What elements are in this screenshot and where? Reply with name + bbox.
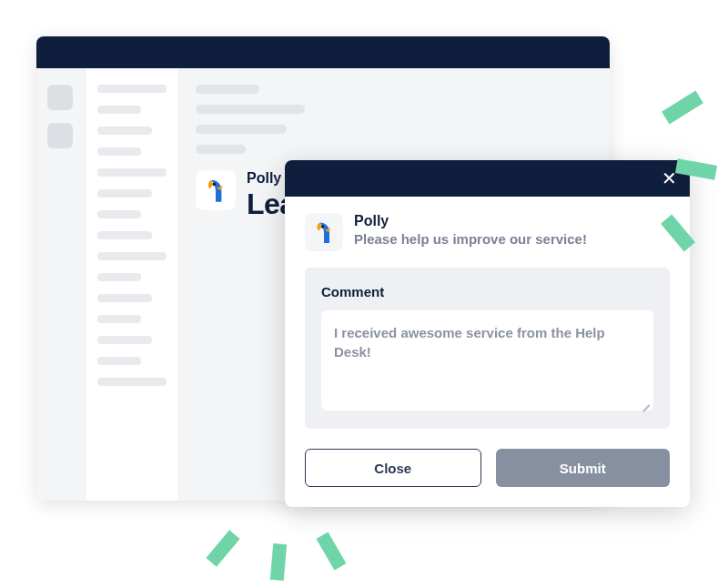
- comment-text: I received awesome service from the Help…: [334, 325, 605, 360]
- channel-placeholder[interactable]: [97, 315, 141, 323]
- comment-textarea[interactable]: I received awesome service from the Help…: [321, 310, 653, 411]
- channel-placeholder[interactable]: [97, 336, 152, 344]
- modal-info-row: Polly Please help us improve our service…: [305, 213, 670, 251]
- message-author: Polly: [247, 170, 281, 187]
- channel-placeholder[interactable]: [97, 357, 141, 365]
- content-placeholder: [196, 105, 305, 114]
- channel-placeholder[interactable]: [97, 189, 152, 198]
- modal-content: Polly Please help us improve our service…: [285, 197, 690, 507]
- workspace-tile[interactable]: [47, 85, 73, 110]
- content-placeholder: [196, 125, 287, 134]
- comment-label: Comment: [321, 284, 653, 299]
- channel-placeholder[interactable]: [97, 147, 141, 156]
- svg-point-0: [213, 183, 217, 187]
- modal-buttons: Close Submit: [305, 449, 670, 487]
- channel-placeholder[interactable]: [97, 106, 141, 114]
- channel-placeholder[interactable]: [97, 168, 167, 177]
- resize-handle-icon[interactable]: [639, 396, 650, 407]
- modal-subtitle: Please help us improve our service!: [354, 231, 587, 247]
- modal-author: Polly: [354, 213, 587, 229]
- channel-placeholder[interactable]: [97, 294, 152, 302]
- channel-placeholder[interactable]: [97, 231, 152, 239]
- channel-placeholder[interactable]: [97, 210, 141, 218]
- feedback-modal: ✕ Polly Please help us improve our servi…: [285, 160, 690, 507]
- slack-workspace-column: [36, 68, 86, 501]
- slack-titlebar: [36, 36, 610, 68]
- polly-icon: [310, 218, 338, 246]
- content-placeholder: [196, 145, 246, 154]
- svg-point-1: [321, 225, 324, 228]
- slack-channels-column: [86, 68, 177, 501]
- decorative-accent: [662, 91, 703, 125]
- content-placeholder: [196, 85, 259, 94]
- polly-avatar: [196, 170, 236, 210]
- close-button[interactable]: Close: [305, 449, 481, 487]
- workspace-tile[interactable]: [47, 123, 73, 148]
- polly-icon: [201, 176, 230, 205]
- channel-placeholder[interactable]: [97, 378, 167, 386]
- polly-avatar: [305, 213, 343, 251]
- channel-placeholder[interactable]: [97, 273, 141, 281]
- channel-placeholder[interactable]: [97, 252, 167, 260]
- comment-section: Comment I received awesome service from …: [305, 268, 670, 429]
- decorative-accent: [317, 532, 347, 570]
- decorative-accent: [206, 530, 239, 566]
- channel-placeholder[interactable]: [97, 85, 167, 93]
- channel-placeholder[interactable]: [97, 127, 152, 135]
- modal-header: ✕: [285, 160, 690, 197]
- decorative-accent: [270, 543, 287, 581]
- submit-button[interactable]: Submit: [496, 449, 671, 487]
